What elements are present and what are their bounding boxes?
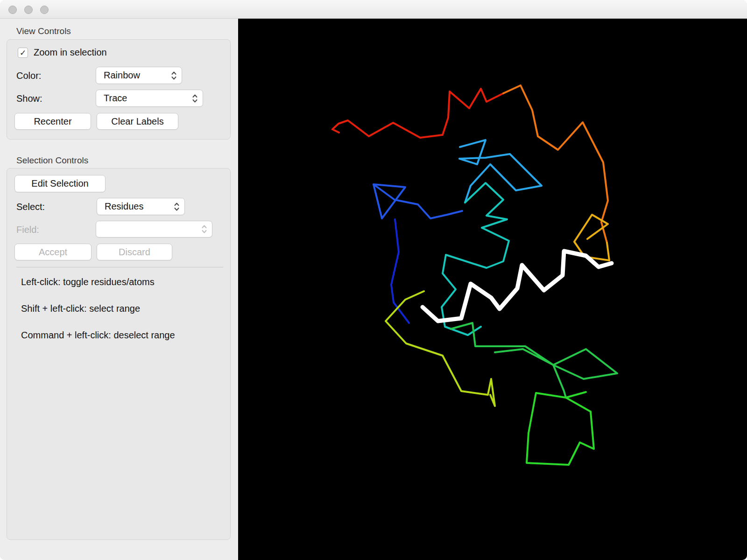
segment-lime[interactable] [527, 392, 594, 465]
segment-skyblue[interactable] [459, 140, 542, 203]
molecule-trace [238, 19, 747, 560]
recenter-button[interactable]: Recenter [14, 113, 91, 130]
titlebar [0, 0, 747, 19]
select-label: Select: [16, 202, 45, 212]
segment-red[interactable] [332, 89, 503, 138]
selection-controls-title: Selection Controls [16, 155, 88, 166]
select-dropdown-value: Residues [105, 201, 143, 212]
segment-teal[interactable] [442, 183, 509, 335]
color-dropdown-value: Rainbow [104, 70, 140, 81]
help-line-shift-click: Shift + left-click: select range [21, 303, 140, 314]
show-label: Show: [16, 93, 42, 104]
chevron-up-down-icon [174, 202, 180, 212]
checkmark-icon: ✓ [20, 49, 26, 57]
field-dropdown [96, 221, 212, 238]
control-sidebar: View Controls ✓ Zoom in selection Color:… [0, 19, 238, 560]
segment-chartreuse[interactable] [386, 291, 495, 406]
clear-labels-button[interactable]: Clear Labels [97, 113, 178, 130]
close-button[interactable] [8, 6, 17, 14]
segment-green[interactable] [451, 323, 617, 379]
color-dropdown[interactable]: Rainbow [96, 67, 182, 84]
accept-button: Accept [14, 244, 92, 260]
zoom-window-button[interactable] [40, 6, 49, 14]
zoom-in-selection-label: Zoom in selection [34, 47, 107, 58]
field-label: Field: [16, 224, 39, 235]
help-line-command-click: Command + left-click: deselect range [21, 330, 175, 341]
zoom-in-selection-checkbox[interactable]: ✓ [18, 48, 28, 58]
segment-darkblue[interactable] [391, 219, 409, 323]
molecule-viewport[interactable] [238, 19, 747, 560]
show-dropdown-value: Trace [104, 93, 127, 104]
color-label: Color: [16, 70, 41, 81]
divider [16, 267, 223, 267]
edit-selection-button[interactable]: Edit Selection [14, 175, 106, 192]
app-window: View Controls ✓ Zoom in selection Color:… [0, 0, 747, 560]
segment-selection-white[interactable] [423, 251, 612, 321]
segment-blue[interactable] [374, 184, 462, 218]
minimize-button[interactable] [24, 6, 33, 14]
help-line-left-click: Left-click: toggle residues/atoms [21, 277, 155, 287]
chevron-up-down-icon [201, 224, 207, 234]
discard-button: Discard [97, 244, 172, 260]
show-dropdown[interactable]: Trace [96, 90, 203, 107]
view-controls-title: View Controls [16, 26, 71, 36]
chevron-up-down-icon [192, 93, 198, 104]
select-dropdown[interactable]: Residues [97, 198, 185, 215]
chevron-up-down-icon [171, 70, 177, 81]
